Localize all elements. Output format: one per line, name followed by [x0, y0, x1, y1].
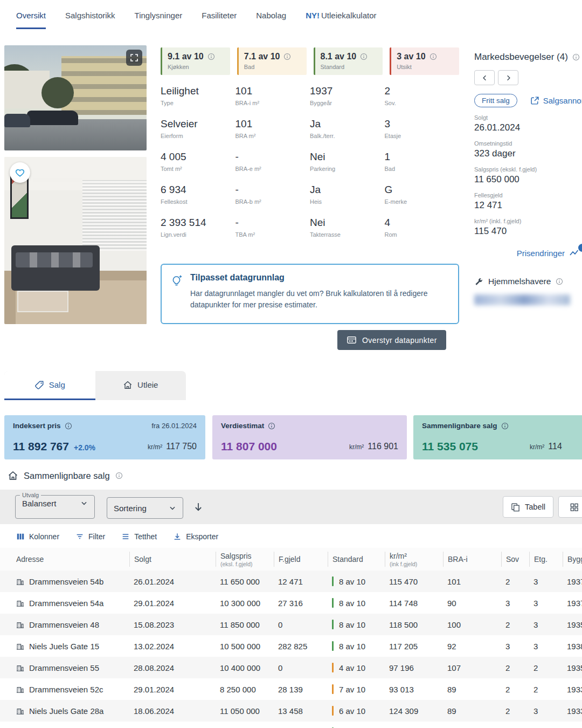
nav-tab-salgshistorikk[interactable]: Salgshistorikk: [65, 11, 115, 29]
table-row[interactable]: Niels Juels Gate 15 13.02.2024 10 500 00…: [0, 635, 582, 657]
fullscreen-icon[interactable]: [126, 50, 142, 66]
detail-label: Eierform: [161, 133, 235, 139]
price-changes-link[interactable]: Prisendringer: [474, 248, 582, 258]
override-datapoints-button[interactable]: Overstyr datapunkter: [337, 330, 446, 350]
cell-sold: 26.01.2024: [129, 577, 216, 586]
header-etg[interactable]: Etg.: [529, 552, 563, 567]
tab-utleie[interactable]: Utleie: [95, 371, 186, 400]
table-row[interactable]: Drammensveien 52c 29.01.2024 8 250 000 2…: [0, 678, 582, 700]
house-icon: [123, 380, 133, 390]
header-krm2[interactable]: kr/m²(ink f.gjeld): [385, 552, 443, 567]
favorite-heart-icon[interactable]: [10, 162, 30, 183]
table-header: Adresse Solgt Salgspris(eksl. f.gjeld) F…: [0, 548, 582, 571]
market-field: Omsetningstid323 dager: [474, 140, 582, 159]
building-icon: [16, 685, 24, 693]
columns-button[interactable]: Kolonner: [16, 532, 59, 541]
sale-ad-link[interactable]: Salgsannonse: [530, 96, 582, 105]
nav-tab-tinglysninger[interactable]: Tinglysninger: [135, 11, 183, 29]
info-icon[interactable]: [572, 53, 580, 61]
sort-direction-icon[interactable]: [193, 502, 204, 512]
selection-legend: Utvalg: [20, 492, 41, 498]
cell-sov: 2: [501, 685, 529, 694]
field-label: Fellesgjeld: [474, 192, 582, 198]
score-card-bad: 7.1 av 10 Bad: [237, 47, 307, 75]
info-icon[interactable]: [556, 278, 563, 285]
table-row[interactable]: Drammensveien 55 28.08.2024 10 400 000 0…: [0, 657, 582, 678]
cell-address: Drammensveien 52c: [16, 685, 129, 694]
card-label: Verdiestimat: [221, 422, 264, 430]
interior-photo[interactable]: [4, 157, 147, 324]
info-icon[interactable]: [501, 422, 509, 430]
standard-bar: [332, 706, 334, 716]
comparables-title: Sammenlignbare salg: [24, 471, 110, 481]
detail-label: BRA m²: [235, 133, 310, 139]
header-solgt[interactable]: Solgt: [129, 552, 216, 567]
info-icon[interactable]: [268, 422, 275, 430]
filter-button[interactable]: Filter: [75, 532, 105, 541]
sorting-dropdown[interactable]: Sortering: [107, 497, 183, 519]
photo-car: [27, 111, 78, 125]
market-panel-title: Markedsbevegelser (4): [474, 52, 568, 63]
selection-dropdown[interactable]: Utvalg Balansert: [15, 492, 95, 519]
street-view-photo[interactable]: [4, 45, 147, 150]
detail-cell: NeiTakterrasse: [310, 215, 385, 248]
cell-year: 1935: [563, 663, 582, 672]
sale-type-pill[interactable]: Fritt salg: [474, 94, 517, 107]
cell-sov: 2: [501, 577, 529, 586]
info-icon[interactable]: [207, 53, 215, 60]
info-icon[interactable]: [283, 53, 291, 60]
table-view-button[interactable]: Tabell: [503, 496, 553, 518]
card-delta: +2.0%: [74, 443, 95, 452]
field-label: Solgt: [474, 114, 582, 121]
table-row-partial[interactable]: [0, 722, 582, 728]
detail-label: Type: [161, 100, 235, 106]
cell-sov: 2: [501, 706, 529, 716]
export-button[interactable]: Eksporter: [173, 532, 218, 541]
cell-sold: 29.01.2024: [129, 685, 216, 694]
detail-value: 1: [385, 151, 460, 163]
info-icon[interactable]: [65, 422, 72, 430]
building-icon: [16, 664, 24, 672]
density-button[interactable]: Tetthet: [121, 532, 157, 541]
header-standard[interactable]: Standard: [328, 552, 385, 567]
nav-tab-utleiekalkulator[interactable]: NY!Utleiekalkulator: [306, 11, 376, 29]
detail-value: 101: [235, 85, 310, 97]
card-label-row: Verdiestimat: [221, 422, 275, 430]
table-row[interactable]: Niels Juels Gate 28a 18.06.2024 11 050 0…: [0, 700, 582, 722]
nav-tab-fasiliteter[interactable]: Fasiliteter: [202, 11, 237, 29]
cell-sov: 2: [501, 663, 529, 672]
cell-sov: 3: [501, 599, 529, 608]
tab-salg[interactable]: Salg: [4, 371, 95, 400]
table-row[interactable]: Drammensveien 54b 26.01.2024 11 650 000 …: [0, 571, 582, 592]
info-box-title: Tilpasset datagrunnlag: [190, 273, 436, 283]
header-salgspris[interactable]: Salgspris(eksl. f.gjeld): [216, 552, 274, 567]
info-icon[interactable]: [115, 472, 123, 479]
detail-label: BRA-i m²: [235, 100, 310, 106]
nav-tab-nabolag[interactable]: Nabolag: [256, 11, 286, 29]
info-icon[interactable]: [360, 53, 368, 60]
cell-sqm-price: 118 500: [385, 620, 443, 629]
table-row[interactable]: Drammensveien 54a 29.01.2024 10 300 000 …: [0, 592, 582, 614]
price-changes-label: Prisendringer: [517, 249, 565, 258]
cell-standard: 7 av 10: [328, 684, 385, 694]
detail-cell: 6 934Felleskost: [161, 182, 235, 215]
header-sov[interactable]: Sov: [501, 552, 529, 567]
header-fgjeld[interactable]: F.gjeld: [274, 552, 328, 567]
cell-price: 11 850 000: [216, 620, 274, 629]
header-byggear[interactable]: Byggeår: [563, 552, 582, 567]
top-navigation: Oversikt Salgshistorikk Tinglysninger Fa…: [16, 11, 377, 29]
nav-tab-oversikt[interactable]: Oversikt: [16, 11, 46, 29]
header-bra-i[interactable]: BRA-i: [443, 552, 501, 567]
info-icon[interactable]: [429, 53, 437, 60]
next-button[interactable]: [498, 70, 518, 85]
cell-etg: 3: [529, 642, 563, 651]
grid-view-button[interactable]: [558, 496, 582, 518]
header-adresse[interactable]: Adresse: [16, 552, 129, 567]
cell-price: 10 400 000: [216, 663, 274, 672]
previous-button[interactable]: [474, 70, 495, 85]
standard-bar: [332, 620, 334, 629]
detail-value: 6 934: [161, 184, 235, 196]
detail-cell: 1937Byggeår: [310, 83, 385, 116]
table-row[interactable]: Drammensveien 48 15.08.2023 11 850 000 0…: [0, 614, 582, 635]
detail-value: Nei: [310, 217, 385, 229]
